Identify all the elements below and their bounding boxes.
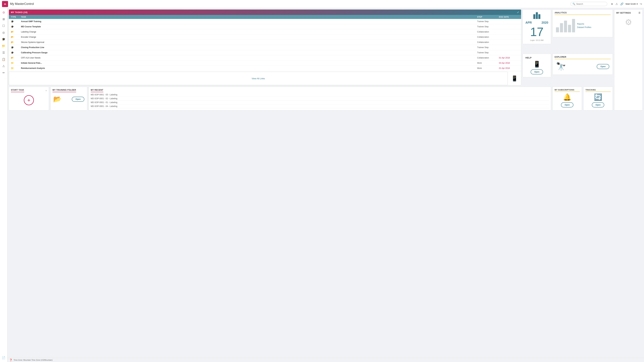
start-task-menu-icon[interactable]: ≡ — [46, 89, 47, 92]
col-type: TYPE — [11, 16, 21, 18]
list-item[interactable]: MD-SOP-0001 - 02 - Labeling — [91, 97, 549, 100]
row-type-icon: 📁 — [11, 67, 21, 69]
status-help-icon[interactable]: ❓ — [10, 359, 12, 361]
table-row[interactable]: 🎓 Closing Production Line Trainee Step — [9, 45, 521, 50]
sidebar-item-training[interactable]: 🎓 — [1, 36, 7, 42]
app-logo[interactable]: m — [2, 1, 8, 7]
sidebar-item-grid[interactable]: ⊞ — [1, 16, 7, 22]
search-input[interactable] — [576, 3, 605, 5]
link-icon[interactable]: 🔗 — [620, 2, 624, 5]
explorer-open-button[interactable]: Open — [597, 64, 609, 69]
sidebar-item-alert[interactable]: ⚠ — [1, 63, 7, 69]
recent-title: MY RECENT — [91, 89, 103, 92]
bell-icon: 🔔 — [563, 93, 572, 101]
user-name: Matt Smith — [626, 3, 636, 5]
date-widget: APR 2020 17 Login: 10:12 AM — [522, 9, 551, 52]
training-folder-open-button[interactable]: Open — [72, 97, 84, 102]
alert-icon[interactable]: ⚠ — [616, 2, 618, 5]
sidebar-item-clipboard[interactable]: 📋 — [1, 56, 7, 62]
row-type-icon: 📁 — [11, 62, 21, 64]
list-item[interactable]: MD-SOP-0001 - 01 - Labeling — [91, 100, 549, 104]
row-step: Trainee Step — [477, 46, 499, 49]
settings-panel: MY SETTINGS ☰ ⚙ — [614, 9, 643, 110]
training-folder-title: MY TRAINING FOLDER — [52, 89, 76, 92]
table-row[interactable]: 📁 Reimbursement Analysis Work 01 Apr 201… — [9, 66, 521, 71]
send-icon[interactable]: ➤ — [611, 2, 613, 5]
table-row[interactable]: 📂 Encoder Change Collaboration — [9, 34, 521, 40]
sidebar-item-doc[interactable]: ☐ — [1, 23, 7, 29]
bottom-area: START TASK ≡ + MY TRAINING FOLDER 📂 Open… — [9, 87, 551, 110]
recent-header: MY RECENT — [91, 89, 549, 92]
row-task-name: Annual GMP Training — [21, 20, 477, 23]
list-item[interactable]: MD-SOP-0001 - 03 - Labeling — [91, 93, 549, 97]
binoculars-icon: 🔭 — [556, 62, 566, 71]
links-area: View All Links 📱 — [9, 71, 521, 85]
row-type-icon: 📂 — [11, 36, 21, 38]
sub-tracking-area: MY SUBSCRIPTIONS 🔔 Open TRACKING 🔄 Open — [552, 87, 613, 110]
table-row[interactable]: 🎓 Annual GMP Training Trainee Step — [9, 19, 521, 24]
logout-icon[interactable]: ↪ — [640, 2, 642, 5]
sidebar: ⊙ ⊞ ☐ ◎ 🎓 📁 ☰ 📋 ⚠ ✏ 📄 — [0, 8, 8, 362]
date-month: APR — [526, 21, 532, 24]
mc-logo-big — [526, 12, 548, 19]
table-row[interactable]: 📂 Slicone Systems Approval Collaboration — [9, 40, 521, 45]
table-row[interactable]: 🎓 MD Course Template Trainee Step — [9, 24, 521, 29]
add-task-button[interactable]: + — [24, 95, 34, 105]
table-row[interactable]: 🎓 Calibrating Pressure Gauge Trainee Ste… — [9, 50, 521, 55]
training-folder-panel: MY TRAINING FOLDER 📂 Open — [50, 87, 87, 110]
tracking-icon: 🔄 — [594, 93, 602, 101]
table-row[interactable]: 📂 Labeling Change Collaboration — [9, 29, 521, 34]
training-folder-icon: 📂 — [53, 95, 62, 103]
view-all-link[interactable]: View All Links — [252, 77, 265, 80]
sidebar-item-list[interactable]: ☰ — [1, 50, 7, 56]
row-due-date: 01 Apr 2018 — [499, 67, 519, 69]
settings-menu-icon[interactable]: ☰ — [638, 11, 640, 14]
sidebar-item-folder[interactable]: 📁 — [1, 43, 7, 49]
row-type-icon: 🎓 — [11, 46, 21, 49]
settings-title: MY SETTINGS — [616, 12, 631, 14]
date-month-year: APR 2020 — [526, 21, 548, 24]
tracking-open-button[interactable]: Open — [592, 102, 604, 107]
list-item[interactable]: MD-SOP-0001 - 04 - Labeling — [91, 104, 549, 108]
statusbar-text: Time Zone: Mountain Time Zone (US/Mounta… — [14, 359, 53, 361]
content-grid: MY TASKS (10) ⤢ TYPE TASK STEP DUE DATE … — [8, 8, 644, 359]
sidebar-item-circle[interactable]: ◎ — [1, 29, 7, 35]
tracking-title: TRACKING — [586, 89, 611, 92]
logo-text: m — [4, 3, 6, 5]
sidebar-item-home[interactable]: ⊙ — [1, 9, 7, 15]
sidebar-item-report[interactable]: 📄 — [1, 355, 7, 361]
expand-icon[interactable]: ⤢ — [517, 11, 519, 13]
row-step: Collaboration — [477, 41, 499, 43]
help-title: HELP — [526, 56, 532, 59]
tracking-panel: TRACKING 🔄 Open — [583, 87, 613, 110]
analytics-bar-chart — [556, 19, 575, 32]
row-task-name: Encoder Change — [21, 36, 477, 38]
subscriptions-panel: MY SUBSCRIPTIONS 🔔 Open — [552, 87, 582, 110]
task-rows: 🎓 Annual GMP Training Trainee Step 🎓 MD … — [9, 19, 521, 71]
search-bar[interactable]: 🔍 — [570, 2, 607, 6]
analytics-links: Reports Dataset Profiles — [577, 23, 591, 28]
user-dropdown[interactable]: Matt Smith ▾ — [626, 3, 638, 5]
chevron-down-icon: ▾ — [636, 3, 638, 5]
analytics-reports-link[interactable]: Reports — [577, 23, 591, 25]
row-step: Collaboration — [477, 57, 499, 59]
row-task-name: CRT-A1A User Needs — [21, 57, 477, 59]
table-row[interactable]: 📁 Initiate General Pate... Work 03 Apr 2… — [9, 60, 521, 66]
sidebar-item-edit[interactable]: ✏ — [1, 70, 7, 76]
row-task-name: Reimbursement Analysis — [21, 67, 477, 69]
explorer-title: EXPLORER — [554, 56, 611, 59]
row-due-date: 03 Apr 2018 — [499, 62, 519, 64]
phone-icon: 📱 — [533, 61, 541, 68]
analytics-dataset-link[interactable]: Dataset Profiles — [577, 26, 591, 28]
row-task-name: Initiate General Pate... — [21, 62, 477, 64]
date-login: Login: 10:12 AM — [526, 39, 548, 41]
gear-icon: ⚙ — [616, 17, 640, 27]
row-task-name: Labeling Change — [21, 31, 477, 33]
table-row[interactable]: 📂 CRT-A1A User Needs Collaboration 01 Ap… — [9, 55, 521, 60]
search-icon: 🔍 — [572, 3, 575, 5]
subscriptions-open-button[interactable]: Open — [561, 102, 574, 107]
row-type-icon: 🎓 — [11, 51, 21, 54]
help-open-button[interactable]: Open — [531, 69, 543, 74]
mobile-icon: 📱 — [511, 75, 518, 82]
row-step: Collaboration — [477, 31, 499, 33]
